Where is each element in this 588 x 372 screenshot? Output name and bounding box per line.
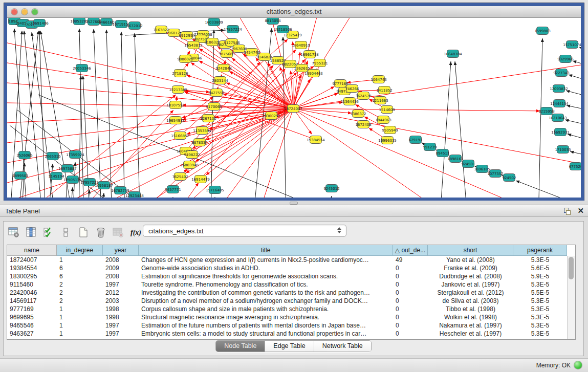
new-table-icon[interactable] — [77, 226, 90, 238]
graph-node[interactable]: 1899501 — [12, 172, 28, 180]
column-header-year[interactable]: year — [103, 245, 139, 256]
table-settings-icon[interactable] — [8, 226, 20, 238]
graph-node[interactable]: 9777169 — [332, 80, 348, 87]
row-height-icon[interactable] — [60, 226, 72, 238]
graph-node[interactable]: 8813054 — [265, 18, 281, 25]
graph-node[interactable]: 1064743 — [371, 76, 386, 83]
graph-node[interactable]: 2803144 — [212, 77, 228, 84]
float-panel-icon[interactable] — [563, 207, 571, 215]
graph-node[interactable]: 6672012 — [126, 22, 142, 30]
graph-node[interactable]: 1710035 — [555, 146, 571, 154]
graph-node[interactable]: 1077352 — [487, 170, 503, 178]
table-row[interactable]: 1872400712008Changes of HCN gene express… — [7, 256, 575, 264]
graph-node[interactable]: 9875685 — [219, 50, 234, 58]
graph-node[interactable]: 9242848 — [215, 64, 231, 72]
graph-node[interactable]: 20053346 — [73, 64, 91, 72]
graph-node[interactable]: 18107552 — [166, 101, 185, 109]
graph-node[interactable]: 1514609 — [379, 106, 395, 114]
graph-node[interactable]: 12213389 — [169, 86, 187, 94]
delete-table-icon[interactable] — [112, 226, 124, 238]
table-vertical-scrollbar[interactable] — [567, 256, 575, 339]
tab-network-table[interactable]: Network Table — [314, 341, 371, 352]
delete-column-icon[interactable] — [95, 226, 107, 238]
graph-node[interactable]: 9245012 — [323, 185, 339, 192]
graph-node[interactable]: 9505949 — [382, 126, 398, 134]
table-row[interactable]: 977716911998Corpus callosum shape and si… — [7, 305, 575, 313]
column-header-outde[interactable]: △ out_de... — [393, 245, 428, 256]
tab-edge-table[interactable]: Edge Table — [265, 341, 314, 352]
select-column-icon[interactable] — [25, 226, 37, 238]
graph-node[interactable]: 9170065 — [206, 103, 222, 111]
graph-node[interactable]: 1672408 — [355, 121, 371, 128]
graph-node[interactable]: 15751074 — [563, 41, 581, 49]
table-row[interactable]: 2242004622012Investigating the contribut… — [7, 289, 575, 297]
graph-node[interactable]: 12093832 — [550, 85, 568, 93]
graph-node[interactable]: 679191 — [409, 136, 423, 144]
tab-node-table[interactable]: Node Table — [216, 341, 265, 352]
graph-node[interactable]: 9329966 — [557, 55, 574, 63]
graph-node[interactable]: 924501 — [462, 160, 475, 168]
column-header-title[interactable]: title — [139, 245, 393, 256]
graph-node[interactable]: 9227343 — [553, 69, 569, 77]
column-header-name[interactable]: name — [7, 245, 57, 256]
table-row[interactable]: 1456911722003Disruption of a novel membe… — [7, 297, 575, 305]
graph-node[interactable]: 9498222 — [184, 151, 200, 159]
graph-node[interactable]: 15166852 — [171, 132, 189, 140]
network-graph-canvas[interactable]: 1872400771638228960128891295422226058982… — [7, 18, 581, 198]
graph-node[interactable]: 1599803 — [534, 27, 550, 35]
graph-node[interactable]: 991239 — [423, 143, 437, 151]
graph-node[interactable]: 1844963 — [375, 116, 391, 124]
table-row[interactable]: 946362711997Embryonic stem cells: a mode… — [7, 330, 575, 338]
graph-node[interactable]: 8215958 — [538, 107, 554, 115]
graph-node[interactable]: 8267130 — [200, 115, 216, 122]
graph-node[interactable]: 19654933 — [166, 117, 185, 124]
graph-node[interactable]: 8912954 — [179, 32, 195, 39]
graph-node[interactable]: 1411852 — [376, 86, 392, 94]
table-row[interactable]: 911546021997Tourette syndrome. Phenomeno… — [7, 280, 575, 289]
graph-node[interactable]: 8878334 — [191, 139, 208, 146]
select-rows-icon[interactable] — [42, 226, 55, 238]
graph-node[interactable]: 894511 — [436, 149, 450, 157]
graph-node[interactable]: 16803948 — [180, 161, 199, 169]
table-row[interactable]: 946554611997Estimation of the future num… — [7, 321, 575, 330]
graph-node[interactable]: 7955321 — [312, 59, 328, 67]
table-row[interactable]: 1938455462009Genome-wide association stu… — [7, 264, 575, 272]
table-row[interactable]: 969969511998Structural magnetic resonanc… — [7, 313, 575, 321]
graph-node[interactable]: 1362615 — [294, 64, 310, 72]
graph-node[interactable]: 1211663 — [372, 97, 388, 104]
function-builder-icon[interactable]: f(x) — [129, 226, 142, 238]
graph-node[interactable]: 16033809 — [205, 18, 223, 26]
graph-node[interactable]: 15692931 — [551, 128, 570, 136]
graph-node[interactable]: 9457771 — [165, 186, 181, 193]
close-panel-icon[interactable]: ✕ — [577, 207, 584, 215]
column-header-pagerank[interactable]: pagerank — [513, 245, 567, 256]
graph-node[interactable]: 1145194 — [48, 172, 64, 180]
graph-node[interactable]: 16914479 — [191, 176, 210, 183]
graph-node[interactable]: 677520 — [569, 163, 581, 170]
graph-node[interactable]: 18640910 — [292, 41, 310, 49]
graph-node[interactable]: 10996335 — [378, 137, 397, 144]
scrollbar-thumb[interactable] — [569, 257, 574, 279]
graph-node[interactable]: 7625402 — [172, 173, 188, 181]
graph-node[interactable]: 16961758 — [300, 51, 319, 58]
graph-node[interactable]: 17857224 — [224, 26, 242, 33]
graph-node[interactable]: 746266 — [345, 85, 359, 93]
column-header-indegree[interactable]: in_degree — [57, 245, 103, 256]
panel-splitter[interactable] — [0, 201, 588, 205]
graph-node[interactable]: 2526065 — [16, 151, 32, 159]
graph-node[interactable]: 3624578 — [355, 92, 371, 100]
graph-node[interactable]: 16210643 — [549, 114, 567, 122]
graph-node[interactable]: 924502 — [503, 174, 516, 182]
graph-node[interactable]: 1898161 — [447, 155, 463, 163]
table-row[interactable]: 1830029562008Estimation of significance … — [7, 272, 575, 280]
graph-node[interactable]: 18300295 — [262, 112, 280, 120]
graph-node[interactable]: 12444154 — [550, 100, 569, 107]
graph-node[interactable]: 2718126 — [172, 70, 188, 77]
graph-node[interactable]: 19384554 — [307, 136, 325, 144]
table-select-dropdown[interactable]: citations_edges.txt — [143, 225, 346, 237]
graph-node[interactable]: 21364436 — [340, 98, 359, 105]
graph-node[interactable]: 15716485 — [206, 186, 224, 194]
graph-node[interactable]: 17359924 — [66, 151, 84, 159]
graph-node[interactable]: 16648784 — [444, 50, 462, 58]
graph-node[interactable]: 2065315 — [45, 152, 60, 160]
